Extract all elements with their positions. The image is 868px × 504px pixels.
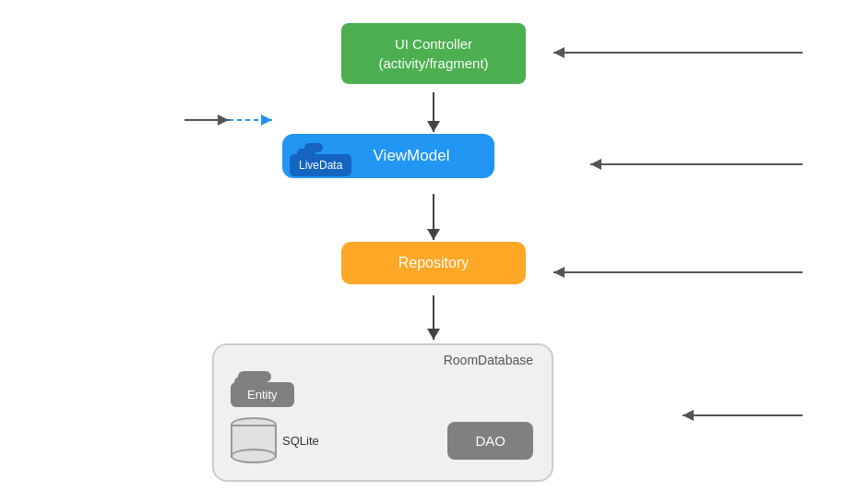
sqlite-cylinder-icon	[231, 417, 277, 463]
svg-marker-5	[553, 267, 565, 278]
repository-label: Repository	[398, 255, 469, 270]
svg-marker-7	[683, 410, 694, 421]
svg-marker-13	[427, 329, 440, 340]
entity-box-front: Entity	[231, 382, 294, 407]
room-database-box: RoomDatabase Entity SQLite DAO	[212, 343, 553, 482]
sqlite-container: SQLite	[231, 417, 319, 463]
diagram-container: UI Controller (activity/fragment) LiveDa…	[0, 0, 868, 504]
viewmodel-label: ViewModel	[374, 147, 450, 164]
svg-marker-15	[261, 114, 272, 126]
dao-box: DAO	[447, 422, 533, 460]
svg-marker-11	[427, 229, 440, 240]
ui-controller-box: UI Controller (activity/fragment)	[341, 23, 526, 84]
svg-marker-9	[427, 121, 440, 132]
ui-controller-label-line2: (activity/fragment)	[363, 54, 504, 73]
ui-controller-label-line1: UI Controller	[363, 34, 504, 54]
room-database-label: RoomDatabase	[444, 353, 533, 367]
repository-box: Repository	[341, 242, 526, 284]
viewmodel-box: LiveData ViewModel	[282, 134, 494, 178]
svg-marker-3	[590, 159, 601, 170]
livedata-box-front: LiveData	[290, 154, 351, 176]
svg-marker-1	[553, 47, 565, 58]
sqlite-label: SQLite	[282, 434, 319, 448]
svg-marker-17	[218, 114, 229, 126]
dao-label: DAO	[475, 433, 505, 449]
